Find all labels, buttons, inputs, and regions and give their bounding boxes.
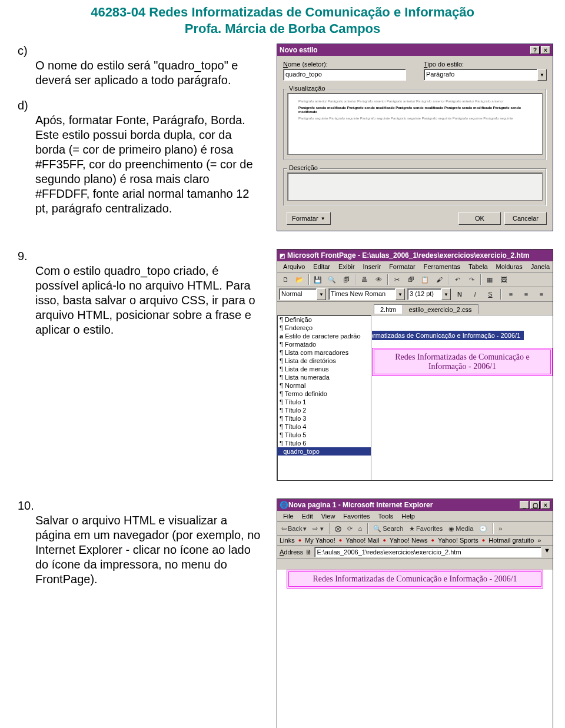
cut-icon[interactable]: ✂ bbox=[390, 274, 403, 285]
descricao-box bbox=[287, 172, 543, 201]
link-hotmail[interactable]: Hotmail gratuito bbox=[488, 537, 534, 544]
style-item[interactable]: ¶ Formatado bbox=[277, 340, 371, 348]
favorites-button[interactable]: ★Favorites bbox=[407, 525, 444, 533]
size-combo[interactable]: 3 (12 pt) bbox=[407, 288, 441, 300]
style-item[interactable]: ¶ Título 1 bbox=[277, 398, 371, 406]
minimize-icon[interactable]: _ bbox=[520, 501, 529, 509]
table-icon[interactable]: ▦ bbox=[483, 274, 496, 285]
ok-button[interactable]: OK bbox=[458, 212, 501, 225]
preview-icon[interactable]: 👁 bbox=[372, 274, 385, 285]
menu-file[interactable]: File bbox=[280, 512, 297, 520]
tab-css[interactable]: estilo_exercicio_2.css bbox=[403, 304, 478, 314]
help-icon[interactable]: ? bbox=[530, 46, 540, 54]
media-button[interactable]: ◉Media bbox=[447, 525, 475, 533]
refresh-icon[interactable]: ⟳ bbox=[345, 525, 354, 533]
instruction-10: 10. Salvar o arquivo HTML e visualizar a… bbox=[18, 498, 265, 587]
menu-janela[interactable]: Janela bbox=[527, 262, 553, 271]
tab-htm[interactable]: 2.htm bbox=[374, 304, 403, 314]
chevron-down-icon[interactable]: ▼ bbox=[441, 288, 451, 300]
menu-inserir[interactable]: Inserir bbox=[360, 262, 385, 271]
combo-tipo[interactable]: Parágrafo bbox=[424, 69, 537, 81]
style-item[interactable]: a Estilo de caractere padrão bbox=[277, 332, 371, 340]
menu-ferramentas[interactable]: Ferramentas bbox=[420, 262, 464, 271]
style-item[interactable]: ¶ Título 6 bbox=[277, 439, 371, 447]
align-center-icon[interactable]: ≡ bbox=[520, 288, 533, 300]
home-icon[interactable]: ⌂ bbox=[357, 525, 364, 532]
ie-page-area[interactable]: Redes Informatizadas de Comunicação e In… bbox=[277, 570, 553, 728]
underline-icon[interactable]: S bbox=[484, 288, 497, 300]
menu-formatar[interactable]: Formatar bbox=[385, 262, 419, 271]
forward-button[interactable]: ⇨ ▾ bbox=[311, 525, 325, 533]
image-icon[interactable]: 🖼 bbox=[497, 274, 510, 285]
close-icon[interactable]: × bbox=[541, 46, 550, 54]
menu-editar[interactable]: Editar bbox=[310, 262, 334, 271]
style-item[interactable]: ¶ Título 2 bbox=[277, 406, 371, 414]
style-item[interactable]: ¶ Título 5 bbox=[277, 431, 371, 439]
open-icon[interactable]: 📂 bbox=[293, 274, 306, 285]
input-nome[interactable]: quadro_topo bbox=[283, 69, 406, 81]
font-combo[interactable]: Times New Roman bbox=[328, 288, 396, 300]
page-icon: 🗎 bbox=[305, 549, 312, 556]
save-icon[interactable]: 💾 bbox=[311, 274, 324, 285]
align-right-icon[interactable]: ≡ bbox=[535, 288, 548, 300]
menu-arquivo[interactable]: Arquivo bbox=[280, 262, 308, 271]
menu-favorites[interactable]: Favorites bbox=[340, 512, 373, 520]
align-left-icon[interactable]: ≡ bbox=[504, 288, 517, 300]
formatar-button[interactable]: Formatar ▼ bbox=[287, 212, 331, 225]
link-myyahoo[interactable]: My Yahoo! bbox=[305, 537, 335, 544]
chevron-down-icon[interactable]: ▼ bbox=[537, 69, 547, 81]
maximize-icon[interactable]: ▢ bbox=[530, 501, 540, 509]
back-button[interactable]: ⇦ Back ▾ bbox=[280, 525, 308, 533]
search-button[interactable]: 🔍Search bbox=[371, 525, 405, 533]
chevron-down-icon[interactable]: ▼ bbox=[544, 547, 550, 557]
undo-icon[interactable]: ↶ bbox=[451, 274, 464, 285]
redo-icon[interactable]: ↷ bbox=[465, 274, 478, 285]
menu-tabela[interactable]: Tabela bbox=[465, 262, 491, 271]
style-item[interactable]: ¶ Lista numerada bbox=[277, 373, 371, 381]
format-painter-icon[interactable]: 🖌 bbox=[433, 274, 446, 285]
menu-view[interactable]: View bbox=[318, 512, 339, 520]
menu-exibir[interactable]: Exibir bbox=[335, 262, 358, 271]
fp-menubar[interactable]: Arquivo Editar Exibir Inserir Formatar F… bbox=[277, 261, 553, 272]
fp-title: Microsoft FrontPage - E:\aulas_2006_1\re… bbox=[287, 251, 550, 260]
new-icon[interactable]: 🗋 bbox=[279, 274, 292, 285]
print-icon[interactable]: 🖶 bbox=[358, 274, 371, 285]
copy-icon[interactable]: 🗊 bbox=[404, 274, 417, 285]
style-item[interactable]: ¶ Endereço bbox=[277, 324, 371, 332]
menu-molduras[interactable]: Molduras bbox=[493, 262, 526, 271]
menu-edit[interactable]: Edit bbox=[298, 512, 317, 520]
style-item[interactable]: ¶ Termo definido bbox=[277, 390, 371, 398]
style-item[interactable]: ¶ Normal bbox=[277, 381, 371, 390]
chevron-down-icon[interactable]: ▼ bbox=[396, 288, 405, 300]
cancel-button[interactable]: Cancelar bbox=[504, 212, 547, 225]
style-item[interactable]: ¶ Lista de menus bbox=[277, 365, 371, 373]
fp-document-area[interactable]: ormatizadas de Comunicação e Informação … bbox=[371, 315, 553, 480]
more-icon[interactable]: » bbox=[537, 537, 541, 544]
style-item[interactable]: ¶ Título 4 bbox=[277, 423, 371, 431]
ie-address-bar: Address 🗎 E:\aulas_2006_1\redes\exercici… bbox=[277, 546, 553, 559]
style-dropdown-list[interactable]: ¶ Definição ¶ Endereço a Estilo de carac… bbox=[277, 315, 371, 480]
menu-help[interactable]: Help bbox=[398, 512, 418, 520]
style-item-selected[interactable]: quadro_topo bbox=[277, 447, 371, 456]
style-combo[interactable]: Normal bbox=[279, 288, 317, 300]
ie-menubar[interactable]: File Edit View Favorites Tools Help bbox=[277, 511, 553, 522]
paste-icon[interactable]: 📋 bbox=[418, 274, 431, 285]
chevron-down-icon[interactable]: ▼ bbox=[317, 288, 326, 300]
link-yahoo-news[interactable]: Yahoo! News bbox=[390, 537, 428, 544]
address-input[interactable]: E:\aulas_2006_1\redes\exercicios\exercic… bbox=[314, 547, 541, 557]
style-item[interactable]: ¶ Título 3 bbox=[277, 414, 371, 423]
close-icon[interactable]: × bbox=[541, 501, 550, 509]
stop-icon[interactable]: ⨂ bbox=[333, 525, 343, 533]
italic-icon[interactable]: I bbox=[468, 288, 481, 300]
style-item[interactable]: ¶ Lista de diretórios bbox=[277, 357, 371, 365]
bold-icon[interactable]: N bbox=[453, 288, 466, 300]
link-yahoo-sports[interactable]: Yahoo! Sports bbox=[438, 537, 478, 544]
link-yahoo-mail[interactable]: Yahoo! Mail bbox=[345, 537, 379, 544]
menu-tools[interactable]: Tools bbox=[375, 512, 397, 520]
publish-icon[interactable]: 🗐 bbox=[340, 274, 353, 285]
search-icon[interactable]: 🔍 bbox=[325, 274, 338, 285]
more-icon[interactable]: » bbox=[497, 525, 504, 532]
style-item[interactable]: ¶ Lista com marcadores bbox=[277, 348, 371, 357]
style-item[interactable]: ¶ Definição bbox=[277, 315, 371, 324]
history-icon[interactable]: 🕘 bbox=[477, 525, 489, 533]
